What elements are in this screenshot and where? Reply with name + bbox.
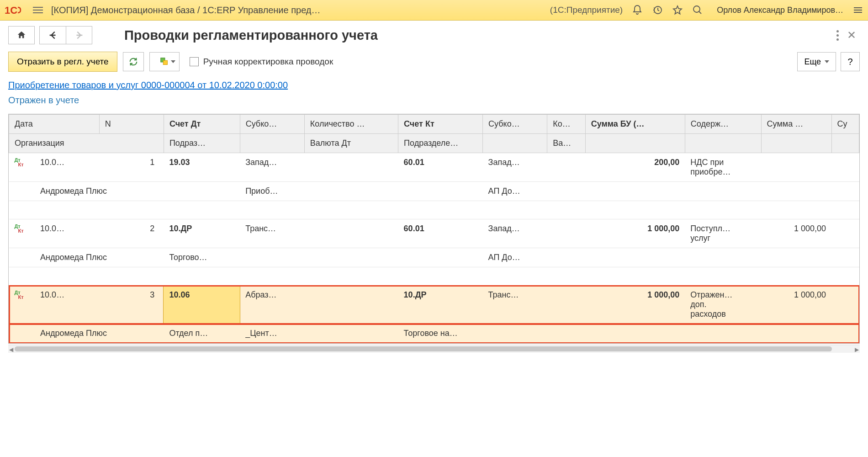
user-name[interactable]: Орлов Александр Владимиров…: [717, 5, 843, 15]
window-title: [КОПИЯ] Демонстрационная база / 1С:ERP У…: [51, 5, 550, 16]
col-curr-dt[interactable]: Валюта Дт: [304, 134, 398, 153]
titlebar: 1С [КОПИЯ] Демонстрационная база / 1С:ER…: [0, 0, 868, 21]
cell-qty-kt: [547, 219, 585, 248]
col-last[interactable]: Су: [831, 115, 859, 134]
cell-sub-dt2: Приоб…: [240, 182, 304, 201]
cell-qty: [304, 153, 398, 182]
table-row[interactable]: Андромеда ПлюсТоргово…АП До…: [9, 248, 859, 267]
cell-curr-dt: [304, 324, 398, 343]
col-sub-dt[interactable]: Субко…: [240, 115, 304, 134]
cell-dept-dt: Торгово…: [164, 248, 240, 267]
dtkt-icon: ДтКт: [9, 219, 35, 248]
col-dept-dt[interactable]: Подраз…: [164, 134, 240, 153]
cell-dept-kt: [398, 248, 483, 267]
cell-acc-dt: 19.03: [164, 153, 240, 182]
panel-toggle-icon[interactable]: [852, 5, 863, 16]
page-title: Проводки регламентированного учета: [124, 28, 832, 43]
header-row-1: Дата N Счет Дт Субко… Количество … Счет …: [9, 115, 859, 134]
cell-sum: 1 000,00: [761, 286, 831, 324]
document-link[interactable]: Приобретение товаров и услуг 0000-000004…: [0, 80, 868, 95]
table-row[interactable]: Андромеда ПлюсПриоб…АП До…: [9, 182, 859, 201]
checkbox-icon[interactable]: [190, 57, 199, 66]
col-sum-bu[interactable]: Сумма БУ (…: [585, 115, 685, 134]
table-row[interactable]: ДтКт10.0…310.06Абраз…10.ДРТранс…1 000,00…: [9, 286, 859, 324]
cell-acc-kt: 10.ДР: [398, 286, 483, 324]
manual-correction-checkbox[interactable]: Ручная корректировка проводок: [190, 57, 333, 67]
cell-sub-dt: Транс…: [240, 219, 304, 248]
col-org[interactable]: Организация: [9, 134, 164, 153]
cell-sub-dt: Абраз…: [240, 286, 304, 324]
star-icon[interactable]: [672, 5, 683, 16]
cell-sub-dt2: _Цент…: [240, 324, 304, 343]
cell-dept-dt: Отдел п…: [164, 324, 240, 343]
navbar: Проводки регламентированного учета ✕: [0, 21, 868, 48]
forward-button[interactable]: [66, 26, 92, 44]
reflect-button[interactable]: Отразить в регл. учете: [8, 52, 117, 72]
search-icon[interactable]: [692, 5, 703, 16]
history-icon[interactable]: [652, 5, 663, 16]
col-acc-dt[interactable]: Счет Дт: [164, 115, 240, 134]
table-row[interactable]: ДтКт10.0…210.ДРТранс…60.01Запад…1 000,00…: [9, 219, 859, 248]
table-row[interactable]: ДтКт10.0…119.03Запад…60.01Запад…200,00НД…: [9, 153, 859, 182]
cell-desc: НДС приприобре…: [685, 153, 761, 182]
more-button[interactable]: Еще: [797, 52, 836, 71]
table-row[interactable]: Андромеда ПлюсОтдел п…_Цент…Торговое на…: [9, 324, 859, 343]
svg-point-2: [693, 6, 700, 12]
col-acc-kt[interactable]: Счет Кт: [398, 115, 483, 134]
cell-curr-kt: [547, 182, 585, 201]
header-row-2: Организация Подраз… Валюта Дт Подразделе…: [9, 134, 859, 153]
cell-sub-kt: Запад…: [483, 219, 547, 248]
toolbar: Отразить в регл. учете Ручная корректиро…: [0, 48, 868, 80]
cell-dept-kt: Торговое на…: [398, 324, 483, 343]
cell-curr-kt: [547, 248, 585, 267]
col-sub-kt[interactable]: Субко…: [483, 115, 547, 134]
cell-n: 3: [99, 286, 164, 324]
cell-acc-kt: 60.01: [398, 153, 483, 182]
svg-text:1С: 1С: [5, 5, 17, 16]
cell-qty-kt: [547, 286, 585, 324]
manual-correction-label: Ручная корректировка проводок: [203, 57, 333, 67]
col-curr-kt[interactable]: Ва…: [547, 134, 585, 153]
cell-n: 1: [99, 153, 164, 182]
col-sum[interactable]: Сумма …: [761, 115, 831, 134]
cell-qty-kt: [547, 153, 585, 182]
dtkt-icon: ДтКт: [9, 286, 35, 324]
entries-table: Дата N Счет Дт Субко… Количество … Счет …: [8, 114, 860, 344]
cell-curr-kt: [547, 324, 585, 343]
cell-sub-kt2: АП До…: [483, 182, 547, 201]
cell-org: Андромеда Плюс: [35, 182, 164, 201]
home-button[interactable]: [8, 26, 35, 44]
col-desc[interactable]: Содерж…: [685, 115, 761, 134]
cell-n: 2: [99, 219, 164, 248]
cell-dept-dt: [164, 182, 240, 201]
cell-desc: Поступл…услуг: [685, 219, 761, 248]
cell-sum-bu: 1 000,00: [585, 286, 685, 324]
cell-org: Андромеда Плюс: [35, 248, 164, 267]
cell-sub-kt: Запад…: [483, 153, 547, 182]
cell-sub-kt: Транс…: [483, 286, 547, 324]
bell-icon[interactable]: [632, 5, 643, 16]
cell-curr-dt: [304, 182, 398, 201]
col-dept-kt[interactable]: Подразделе…: [398, 134, 483, 153]
back-button[interactable]: [39, 26, 66, 44]
cell-acc-dt: 10.06: [164, 286, 240, 324]
cell-sub-kt2: [483, 324, 547, 343]
help-button[interactable]: ?: [841, 52, 860, 71]
cell-sub-dt: Запад…: [240, 153, 304, 182]
col-qty[interactable]: Количество …: [304, 115, 398, 134]
col-date[interactable]: Дата: [9, 115, 100, 134]
cell-curr-dt: [304, 248, 398, 267]
cell-date: 10.0…: [35, 219, 99, 248]
horizontal-scrollbar[interactable]: ◀▶: [8, 345, 860, 353]
cell-dept-kt: [398, 182, 483, 201]
refresh-button[interactable]: [123, 52, 144, 71]
col-qty-kt[interactable]: Ко…: [547, 115, 585, 134]
close-icon[interactable]: ✕: [847, 29, 856, 42]
kebab-menu-icon[interactable]: [836, 30, 839, 41]
cell-sum-bu: 1 000,00: [585, 219, 685, 248]
cell-sum: 1 000,00: [761, 219, 831, 248]
cell-acc-dt: 10.ДР: [164, 219, 240, 248]
drilldown-button[interactable]: [149, 52, 180, 71]
col-n[interactable]: N: [99, 115, 164, 134]
main-menu-icon[interactable]: [33, 5, 43, 15]
